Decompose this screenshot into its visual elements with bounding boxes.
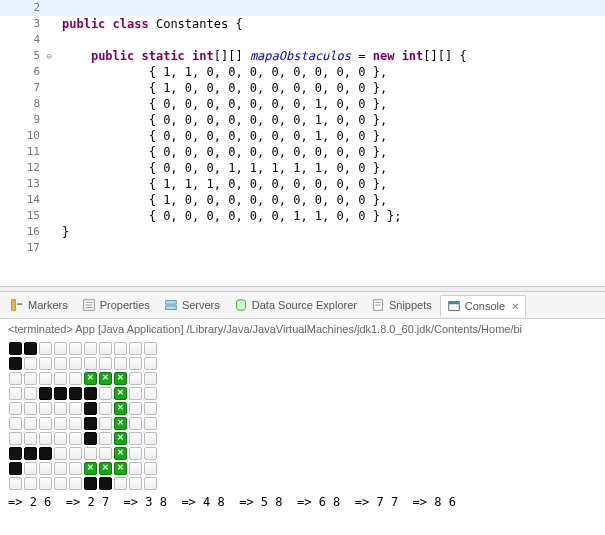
grid-row [8, 341, 597, 356]
code-content[interactable]: } [48, 224, 605, 240]
cell-path [113, 386, 128, 401]
editor-line[interactable]: 2 [0, 0, 605, 16]
cell-empty [23, 431, 38, 446]
line-number: 13 [0, 176, 48, 192]
close-icon[interactable]: ✕ [511, 301, 519, 312]
cell-empty [68, 401, 83, 416]
cell-empty [38, 431, 53, 446]
cell-empty [83, 356, 98, 371]
cell-obstacle [8, 461, 23, 476]
editor-line[interactable]: 13 { 1, 1, 1, 0, 0, 0, 0, 0, 0, 0 }, [0, 176, 605, 192]
svg-rect-7 [166, 306, 177, 310]
editor-line[interactable]: 4 [0, 32, 605, 48]
editor-line[interactable]: 8 { 0, 0, 0, 0, 0, 0, 0, 1, 0, 0 }, [0, 96, 605, 112]
code-content[interactable]: { 1, 1, 0, 0, 0, 0, 0, 0, 0, 0 }, [48, 64, 605, 80]
line-number: 10 [0, 128, 48, 144]
cell-empty [128, 371, 143, 386]
editor-line[interactable]: 3public class Constantes { [0, 16, 605, 32]
cell-path [83, 371, 98, 386]
cell-empty [68, 371, 83, 386]
line-number: 4 [0, 32, 48, 48]
cell-obstacle [83, 431, 98, 446]
grid-row [8, 356, 597, 371]
cell-empty [113, 476, 128, 491]
output-grid [8, 341, 597, 491]
cell-path [113, 401, 128, 416]
cell-empty [68, 476, 83, 491]
tab-servers[interactable]: Servers [158, 295, 226, 315]
line-number: 15 [0, 208, 48, 224]
cell-empty [83, 341, 98, 356]
cell-path [113, 461, 128, 476]
code-editor[interactable]: 23public class Constantes {45 public sta… [0, 0, 605, 256]
code-content[interactable]: { 0, 0, 0, 1, 1, 1, 1, 1, 0, 0 }, [48, 160, 605, 176]
cell-empty [98, 401, 113, 416]
cell-path [83, 461, 98, 476]
cell-empty [143, 341, 158, 356]
grid-row [8, 476, 597, 491]
tab-properties[interactable]: Properties [76, 295, 156, 315]
cell-empty [68, 431, 83, 446]
editor-line[interactable]: 17 [0, 240, 605, 256]
line-number: 6 [0, 64, 48, 80]
code-content[interactable]: public class Constantes { [48, 16, 605, 32]
cell-obstacle [38, 446, 53, 461]
editor-line[interactable]: 9 { 0, 0, 0, 0, 0, 0, 0, 1, 0, 0 }, [0, 112, 605, 128]
tab-label: Console [465, 300, 505, 312]
grid-row [8, 401, 597, 416]
code-content[interactable]: public static int[][] mapaObstaculos = n… [48, 48, 605, 64]
tab-console[interactable]: Console✕ [440, 295, 526, 317]
cell-empty [128, 446, 143, 461]
code-content[interactable]: { 1, 0, 0, 0, 0, 0, 0, 0, 0, 0 }, [48, 80, 605, 96]
cell-empty [143, 386, 158, 401]
line-number: 17 [0, 240, 48, 256]
cell-empty [83, 446, 98, 461]
tab-label: Servers [182, 299, 220, 311]
editor-line[interactable]: 16} [0, 224, 605, 240]
code-content[interactable]: { 1, 0, 0, 0, 0, 0, 0, 0, 0, 0 }, [48, 192, 605, 208]
cell-obstacle [83, 386, 98, 401]
cell-empty [8, 431, 23, 446]
line-number: 5 [0, 48, 48, 64]
code-content[interactable]: { 0, 0, 0, 0, 0, 0, 0, 1, 0, 0 }, [48, 128, 605, 144]
tab-snippets[interactable]: Snippets [365, 295, 438, 315]
cell-empty [23, 416, 38, 431]
snippets-icon [371, 298, 385, 312]
cell-empty [8, 386, 23, 401]
svg-rect-6 [166, 301, 177, 305]
console-run-header: <terminated> App [Java Application] /Lib… [8, 323, 597, 335]
code-content[interactable]: { 0, 0, 0, 0, 0, 0, 0, 0, 0, 0 }, [48, 144, 605, 160]
editor-line[interactable]: 14 { 1, 0, 0, 0, 0, 0, 0, 0, 0, 0 }, [0, 192, 605, 208]
tab-label: Markers [28, 299, 68, 311]
line-number: 8 [0, 96, 48, 112]
tab-data-source-explorer[interactable]: Data Source Explorer [228, 295, 363, 315]
tab-label: Properties [100, 299, 150, 311]
editor-line[interactable]: 11 { 0, 0, 0, 0, 0, 0, 0, 0, 0, 0 }, [0, 144, 605, 160]
cell-obstacle [8, 356, 23, 371]
tab-markers[interactable]: Markers [4, 295, 74, 315]
editor-line[interactable]: 12 { 0, 0, 0, 1, 1, 1, 1, 1, 0, 0 }, [0, 160, 605, 176]
code-content[interactable]: { 0, 0, 0, 0, 0, 0, 0, 1, 0, 0 }, [48, 112, 605, 128]
cell-obstacle [83, 401, 98, 416]
grid-row [8, 416, 597, 431]
cell-obstacle [68, 386, 83, 401]
cell-empty [23, 476, 38, 491]
cell-obstacle [23, 341, 38, 356]
markers-icon [10, 298, 24, 312]
cell-empty [53, 341, 68, 356]
code-content[interactable]: { 0, 0, 0, 0, 0, 0, 0, 1, 0, 0 }, [48, 96, 605, 112]
cell-empty [113, 341, 128, 356]
cell-path [98, 371, 113, 386]
cell-empty [128, 476, 143, 491]
cell-empty [23, 386, 38, 401]
cell-empty [128, 461, 143, 476]
editor-line[interactable]: 6 { 1, 1, 0, 0, 0, 0, 0, 0, 0, 0 }, [0, 64, 605, 80]
editor-line[interactable]: 5 public static int[][] mapaObstaculos =… [0, 48, 605, 64]
editor-line[interactable]: 7 { 1, 0, 0, 0, 0, 0, 0, 0, 0, 0 }, [0, 80, 605, 96]
editor-line[interactable]: 15 { 0, 0, 0, 0, 0, 0, 1, 1, 0, 0 } }; [0, 208, 605, 224]
editor-line[interactable]: 10 { 0, 0, 0, 0, 0, 0, 0, 1, 0, 0 }, [0, 128, 605, 144]
code-content[interactable]: { 1, 1, 1, 0, 0, 0, 0, 0, 0, 0 }, [48, 176, 605, 192]
cell-obstacle [23, 446, 38, 461]
code-content[interactable]: { 0, 0, 0, 0, 0, 0, 1, 1, 0, 0 } }; [48, 208, 605, 224]
svg-rect-0 [12, 300, 16, 311]
